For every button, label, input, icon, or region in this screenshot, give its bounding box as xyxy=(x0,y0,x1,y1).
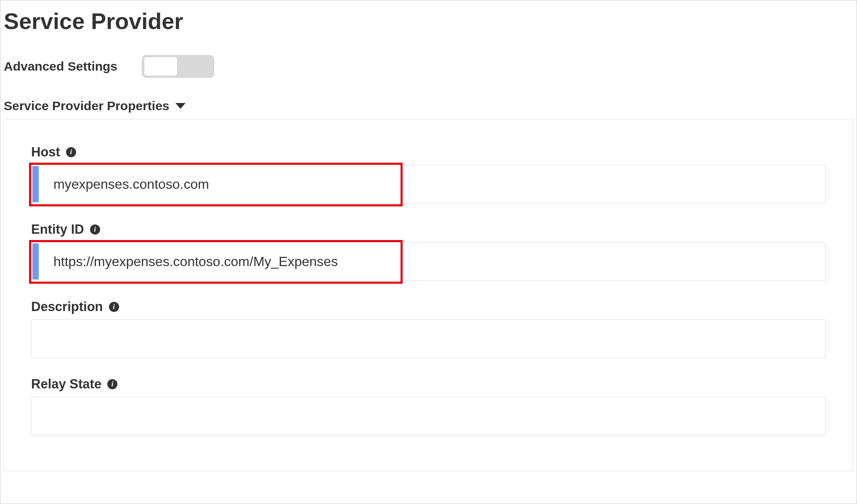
description-field-group: Description i xyxy=(31,299,826,358)
blue-indicator-bar xyxy=(32,243,39,280)
toggle-knob xyxy=(144,57,178,76)
blue-indicator-bar xyxy=(32,166,39,202)
entity-id-input-wrapper xyxy=(31,242,826,281)
host-label-row: Host i xyxy=(31,145,826,160)
entity-id-input[interactable] xyxy=(31,242,826,281)
host-label: Host xyxy=(31,145,60,160)
relay-state-label-row: Relay State i xyxy=(31,377,826,392)
info-icon[interactable]: i xyxy=(107,379,117,389)
entity-id-field-group: Entity ID i xyxy=(31,222,826,281)
advanced-settings-row: Advanced Settings xyxy=(4,55,853,78)
advanced-settings-label: Advanced Settings xyxy=(4,59,117,74)
description-input[interactable] xyxy=(31,319,826,358)
host-input-wrapper xyxy=(31,165,826,203)
service-provider-properties-header[interactable]: Service Provider Properties xyxy=(4,99,853,113)
properties-panel: Host i Entity ID i Description i Relay S… xyxy=(4,119,853,471)
description-label: Description xyxy=(31,299,103,314)
page-title: Service Provider xyxy=(4,8,853,34)
host-input[interactable] xyxy=(31,165,826,203)
host-field-group: Host i xyxy=(31,145,826,203)
advanced-settings-toggle[interactable] xyxy=(142,55,214,78)
relay-state-input[interactable] xyxy=(31,397,826,435)
relay-state-label: Relay State xyxy=(31,377,101,392)
info-icon[interactable]: i xyxy=(66,147,76,157)
entity-id-label: Entity ID xyxy=(31,222,84,237)
relay-state-field-group: Relay State i xyxy=(31,377,826,435)
section-title: Service Provider Properties xyxy=(4,99,170,113)
entity-id-label-row: Entity ID i xyxy=(31,222,826,237)
info-icon[interactable]: i xyxy=(90,224,100,235)
caret-down-icon xyxy=(175,103,186,109)
description-label-row: Description i xyxy=(31,299,826,314)
info-icon[interactable]: i xyxy=(109,302,119,312)
